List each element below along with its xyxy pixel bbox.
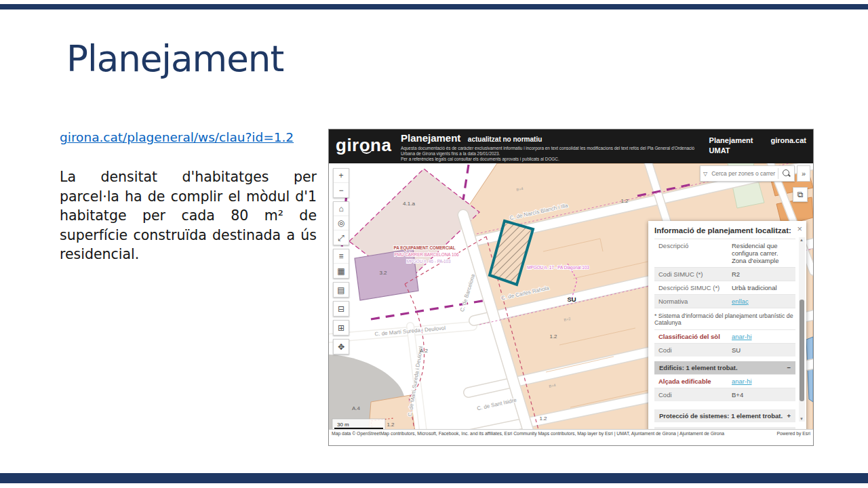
- row-label: Codi: [654, 388, 730, 401]
- basemap-button[interactable]: ▦: [334, 264, 349, 278]
- panel-row-alcada-codi: Codi B+4: [654, 388, 795, 401]
- search-divider: [778, 168, 778, 179]
- anar-hi-link[interactable]: anar-hi: [732, 333, 752, 340]
- row-value: Urbà tradicional: [730, 281, 795, 294]
- edificis-section-header[interactable]: Edificis: 1 element trobat. −: [654, 361, 795, 374]
- panel-scrollbar[interactable]: ▲ ▼: [799, 237, 805, 422]
- zone-label-12c: 1.2: [539, 415, 547, 422]
- panel-row-classificacio: Classificació del sòl anar-hi: [654, 329, 795, 343]
- scroll-up-icon[interactable]: ▲: [800, 238, 804, 242]
- map-toolbar: + − ⌂ ◎ ⤢ ≡ ▦ ▤ ⊟ ⊞: [333, 168, 349, 354]
- section-title: Classificació del sòl: [654, 330, 730, 343]
- print-button[interactable]: ⊟: [334, 302, 349, 316]
- row-label: Codi SIMUC (*): [654, 268, 730, 281]
- header-right-org: UMAT: [709, 146, 806, 156]
- info-panel: × Informació de planejament localitzat: …: [648, 221, 806, 432]
- close-icon[interactable]: ×: [797, 224, 802, 234]
- row-label: Descripció: [654, 239, 730, 267]
- panel-row-descripcio-simuc: Descripció SIMUC (*) Urbà tradicional: [654, 281, 795, 294]
- zone-label-su: SU: [567, 296, 576, 303]
- label-pmu-barcelona: PMU CARRER BARCELONA 106: [395, 252, 459, 257]
- zoom-out-button[interactable]: −: [334, 183, 349, 197]
- row-label: Codi: [654, 344, 730, 357]
- search-filter-caret-icon[interactable]: ▽: [701, 171, 710, 177]
- street-label-barcelona: C. de Barcelona: [459, 273, 477, 312]
- disclaimer-line-1: Aquesta documentació és de caràcter excl…: [401, 146, 698, 157]
- search-input[interactable]: [710, 169, 778, 178]
- scroll-down-icon[interactable]: ▼: [800, 417, 804, 421]
- top-accent-bar: [0, 4, 868, 9]
- row-value: SU: [730, 344, 795, 357]
- app-header: girona Planejament actualitzat no normat…: [329, 129, 813, 163]
- extent-button[interactable]: ⤢: [334, 230, 349, 245]
- locate-button[interactable]: ◎: [334, 216, 349, 230]
- panel-row-normativa: Normativa enllaç: [654, 294, 795, 308]
- legend-button[interactable]: ≡: [334, 249, 349, 264]
- panel-row-descripcio: Descripció Residencial que configura car…: [654, 239, 795, 267]
- section-header-label: Protecció de sistemes: 1 element trobat.: [659, 412, 783, 420]
- girona-logo[interactable]: girona: [336, 135, 391, 156]
- panel-footnote: * Sistema d'informació del planejament u…: [654, 308, 795, 329]
- row-label: Descripció SIMUC (*): [654, 281, 730, 294]
- street-label-sant-isidre: C. de Sant Isidre: [476, 397, 517, 412]
- search-bar: ▽: [700, 165, 795, 182]
- slide-title: Planejament: [66, 38, 283, 79]
- scrollbar-thumb[interactable]: [800, 300, 804, 401]
- header-right-app: Planejament: [709, 136, 753, 144]
- zone-label-32: 3.2: [379, 270, 387, 276]
- section-title: Alçada edificable: [654, 375, 730, 388]
- normativa-link[interactable]: enllaç: [732, 298, 749, 305]
- row-label: Normativa: [654, 295, 730, 308]
- proteccio-section-header[interactable]: Protecció de sistemes: 1 element trobat.…: [654, 409, 795, 422]
- label-mpgou-17: MPGOU n. 17 - PA Diagonal 103: [527, 265, 589, 270]
- app-title: Planejament: [401, 132, 460, 144]
- scale-bar: 30 m: [332, 419, 385, 430]
- zone-label-12d: 1.2: [387, 422, 395, 428]
- label-mpgou-46: MPGOU n. 46 - PA 103: [407, 259, 451, 264]
- collapse-icon[interactable]: −: [787, 364, 791, 371]
- app-subtitle: actualitzat no normatiu: [468, 136, 542, 143]
- zone-label-a2: A.2: [420, 348, 429, 354]
- map-viewport[interactable]: C. de Narcís Blanch i Illa C. de Carles …: [329, 163, 813, 437]
- pan-button[interactable]: ✥: [334, 340, 349, 354]
- row-value: Residencial que configura carrer. Zona d…: [730, 239, 795, 267]
- app-header-main: Planejament actualitzat no normatiu Aque…: [401, 132, 698, 162]
- search-icon[interactable]: [783, 169, 789, 176]
- panel-row-classificacio-codi: Codi SU: [654, 343, 795, 357]
- zone-label-12a: 1.2: [620, 198, 629, 204]
- header-right-site[interactable]: girona.cat: [770, 136, 806, 144]
- map-screenshot: girona Planejament actualitzat no normat…: [328, 129, 814, 446]
- disclaimer-line-2: Per a referències legals cal consultar e…: [401, 157, 698, 162]
- panel-row-codi-simuc: Codi SIMUC (*) R2: [654, 267, 795, 281]
- zone-label-41a: 4.1.a: [403, 201, 415, 207]
- app-header-right: Planejamentgirona.cat UMAT: [709, 136, 806, 156]
- slide-body-text: La densitat d'habitatges per parcel·la h…: [60, 167, 317, 264]
- scale-bar-label: 30 m: [337, 422, 349, 428]
- measure-button[interactable]: ⊞: [334, 321, 349, 335]
- zoom-in-button[interactable]: +: [334, 169, 349, 183]
- bottom-accent-bar: [0, 473, 868, 483]
- info-panel-title: Informació de planejament localitzat:: [654, 226, 795, 235]
- home-button[interactable]: ⌂: [334, 202, 349, 216]
- label-pa-equipament: PA EQUIPAMENT COMERCIAL: [393, 245, 455, 251]
- layers-button[interactable]: ▤: [334, 283, 349, 297]
- row-value: R2: [730, 268, 795, 281]
- expand-icon[interactable]: +: [787, 412, 791, 420]
- panel-row-alcada: Alçada edificable anar-hi: [654, 374, 795, 388]
- collapse-search-button[interactable]: »: [797, 165, 810, 182]
- app-disclaimer: Aquesta documentació és de caràcter excl…: [401, 146, 698, 162]
- attribution-text: Map data © OpenStreetMap contributors, M…: [332, 431, 724, 436]
- duplicate-icon[interactable]: ⧉: [793, 187, 808, 202]
- row-value: B+4: [730, 388, 795, 401]
- map-attribution: Map data © OpenStreetMap contributors, M…: [329, 429, 813, 437]
- zone-label-a4: A.4: [352, 405, 361, 411]
- zone-label-12b: 1.2: [549, 333, 557, 340]
- section-header-label: Edificis: 1 element trobat.: [659, 364, 738, 371]
- anar-hi-link[interactable]: anar-hi: [732, 378, 752, 385]
- slide-hyperlink[interactable]: girona.cat/plageneral/ws/clau?id=1.2: [60, 130, 294, 144]
- powered-by-esri: Powered by Esri: [777, 431, 811, 436]
